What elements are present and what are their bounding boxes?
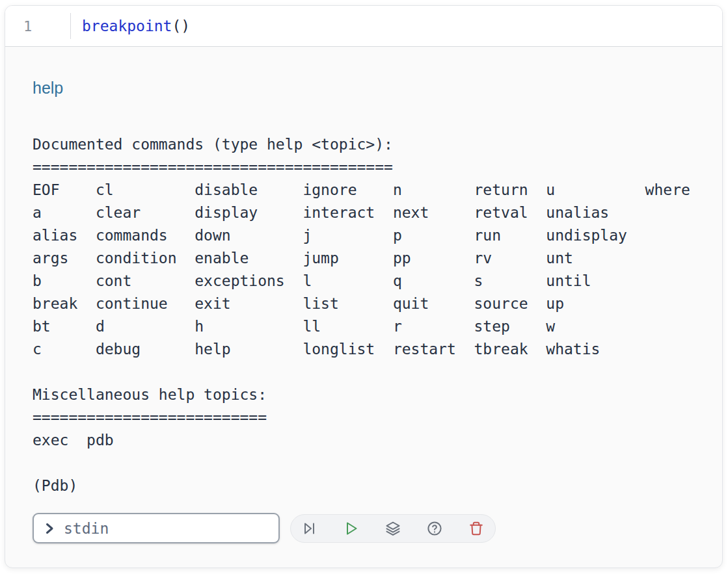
debugger-panel: 1 breakpoint() help Documented commands … — [5, 5, 723, 568]
code-line[interactable]: breakpoint() — [71, 6, 190, 46]
clear-output-button[interactable] — [468, 520, 485, 537]
code-paren-token: () — [172, 18, 190, 34]
run-button[interactable] — [343, 520, 360, 537]
trash-icon — [468, 520, 485, 537]
question-circle-icon — [426, 520, 443, 537]
step-forward-button[interactable] — [301, 520, 318, 537]
debug-toolbar — [290, 514, 496, 543]
editor-gutter: 1 — [5, 6, 70, 46]
play-icon — [343, 520, 360, 537]
code-editor[interactable]: 1 breakpoint() — [5, 6, 722, 47]
line-number: 1 — [23, 18, 32, 34]
command-echo: help — [33, 79, 695, 97]
console-output: help Documented commands (type help <top… — [5, 47, 722, 568]
stack-view-button[interactable] — [384, 520, 401, 537]
pdb-output: Documented commands (type help <topic>):… — [33, 133, 695, 497]
layers-icon — [384, 520, 401, 537]
stdin-input[interactable] — [64, 520, 269, 537]
chevron-right-icon — [43, 522, 56, 535]
skip-forward-icon — [301, 520, 318, 537]
code-function-token: breakpoint — [82, 18, 172, 34]
stdin-input-container[interactable] — [33, 513, 280, 543]
console-controls — [33, 513, 695, 543]
help-button[interactable] — [426, 520, 443, 537]
